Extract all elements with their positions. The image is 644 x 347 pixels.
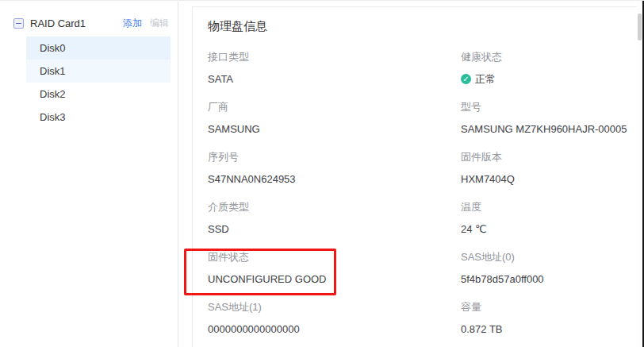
field-sas-address-0: SAS地址(0) 5f4b78d57a0ff000 xyxy=(461,250,642,287)
field-value: SAMSUNG MZ7KH960HAJR-00005 xyxy=(461,121,642,137)
field-value: 0.872 TB xyxy=(461,322,642,337)
field-value: SSD xyxy=(208,222,461,237)
field-serial-number: 序列号 S47NNA0N624953 xyxy=(208,150,461,187)
field-firmware-state: 固件状态 UNCONFIGURED GOOD xyxy=(208,250,461,287)
field-sas-address-1: SAS地址(1) 0000000000000000 xyxy=(208,300,461,337)
raid-card-label: RAID Card1 xyxy=(30,17,86,29)
collapse-icon[interactable] xyxy=(13,18,24,29)
field-label: SAS地址(0) xyxy=(461,250,642,264)
field-health-status: 健康状态 正常 xyxy=(461,50,642,87)
field-column-right: 健康状态 正常 型号 SAMSUNG MZ7KH960HAJR-00005 固件… xyxy=(461,50,642,347)
page-title: 物理盘信息 xyxy=(208,18,642,34)
disk-list: Disk0 Disk1 Disk2 Disk3 xyxy=(0,37,178,129)
edit-link[interactable]: 编辑 xyxy=(150,17,169,30)
field-value: SATA xyxy=(208,71,461,87)
field-label: 健康状态 xyxy=(461,50,642,64)
field-value: 0000000000000000 xyxy=(208,322,461,337)
field-label: 固件版本 xyxy=(461,150,642,164)
field-model: 型号 SAMSUNG MZ7KH960HAJR-00005 xyxy=(461,100,642,137)
field-value: 正常 xyxy=(461,71,642,87)
raid-card-tree-node[interactable]: RAID Card1 添加 编辑 xyxy=(0,12,178,34)
field-value: 5f4b78d57a0ff000 xyxy=(461,272,642,287)
field-label: 序列号 xyxy=(208,150,461,164)
field-label: 介质类型 xyxy=(208,200,461,214)
field-label: SAS地址(1) xyxy=(208,300,461,314)
sidebar-item-disk0[interactable]: Disk0 xyxy=(26,37,171,60)
sidebar-item-disk2[interactable]: Disk2 xyxy=(26,83,171,106)
field-value: S47NNA0N624953 xyxy=(208,172,461,187)
field-value: UNCONFIGURED GOOD xyxy=(208,272,461,287)
scrollbar-thumb[interactable] xyxy=(638,13,642,40)
field-label: 固件状态 xyxy=(208,250,461,264)
field-label: 容量 xyxy=(461,300,642,314)
field-value: SAMSUNG xyxy=(208,121,461,137)
field-label: 接口类型 xyxy=(208,50,461,64)
field-column-left: 接口类型 SATA 厂商 SAMSUNG 序列号 S47NNA0N624953 … xyxy=(208,50,461,347)
field-firmware-version: 固件版本 HXM7404Q xyxy=(461,150,642,187)
field-label: 温度 xyxy=(461,200,642,214)
field-interface-type: 接口类型 SATA xyxy=(208,50,461,87)
field-media-type: 介质类型 SSD xyxy=(208,200,461,237)
add-link[interactable]: 添加 xyxy=(123,17,142,30)
sidebar-item-disk1[interactable]: Disk1 xyxy=(26,60,171,83)
physical-disk-info-card: 物理盘信息 接口类型 SATA 厂商 SAMSUNG 序列号 S47NNA0N6… xyxy=(192,6,642,347)
field-grid: 接口类型 SATA 厂商 SAMSUNG 序列号 S47NNA0N624953 … xyxy=(208,50,642,347)
check-circle-icon xyxy=(461,74,471,84)
field-label: 型号 xyxy=(461,100,642,114)
field-label: 厂商 xyxy=(208,100,461,114)
health-status-text: 正常 xyxy=(475,71,496,87)
sidebar-item-disk3[interactable]: Disk3 xyxy=(26,106,171,129)
scrollbar-track[interactable] xyxy=(637,1,642,347)
field-value: HXM7404Q xyxy=(461,172,642,187)
field-capacity: 容量 0.872 TB xyxy=(461,300,642,337)
disk-tree-sidebar: RAID Card1 添加 编辑 Disk0 Disk1 Disk2 Disk3 xyxy=(0,2,178,347)
field-vendor: 厂商 SAMSUNG xyxy=(208,100,461,137)
field-value: 24 ℃ xyxy=(461,222,642,237)
field-temperature: 温度 24 ℃ xyxy=(461,200,642,237)
